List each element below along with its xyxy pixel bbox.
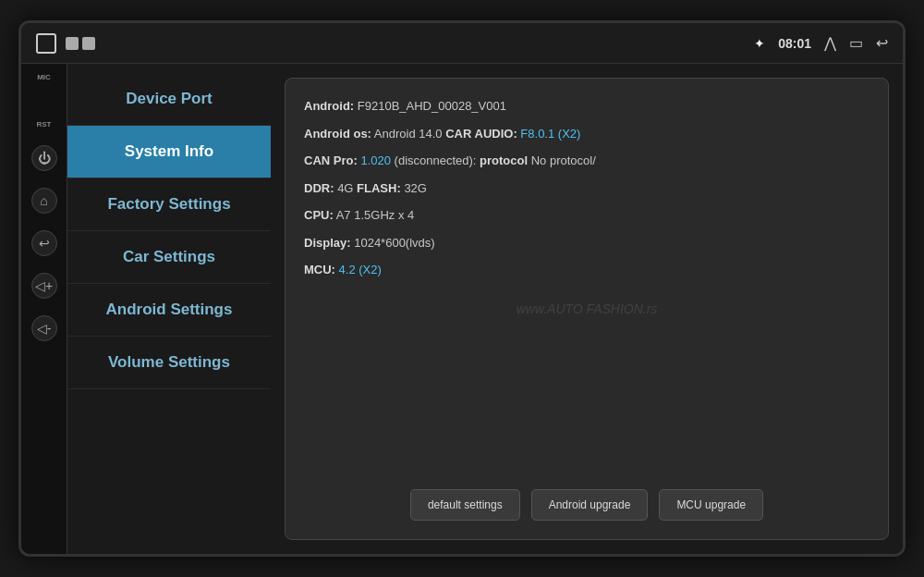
vol-up-button[interactable]: ◁- bbox=[31, 315, 57, 341]
sidebar-item-device-port[interactable]: Device Port bbox=[67, 73, 271, 126]
vol-down-icon: ◁+ bbox=[35, 278, 53, 293]
cpu-val: A7 1.5GHz x 4 bbox=[336, 208, 415, 222]
mcu-row: MCU: 4.2 (X2) bbox=[304, 261, 869, 279]
protocol-lbl: protocol bbox=[480, 153, 528, 167]
power-icon: ⏻ bbox=[38, 151, 51, 166]
home-button[interactable]: ⌂ bbox=[31, 188, 57, 214]
mic-label: MIC bbox=[37, 73, 51, 81]
time-display: 08:01 bbox=[778, 36, 811, 51]
android-val: F9210B_AHD_00028_V001 bbox=[358, 99, 506, 113]
ddr-val: 4G bbox=[337, 181, 353, 195]
display-label: Display: bbox=[304, 236, 351, 250]
sidebar-item-factory-settings[interactable]: Factory Settings bbox=[67, 178, 271, 231]
app-squares bbox=[66, 37, 95, 50]
main-content: MIC RST ⏻ ⌂ ↩ ◁+ ◁- Device Port System I… bbox=[21, 64, 903, 554]
display-row: Display: 1024*600(lvds) bbox=[304, 234, 869, 252]
android-os-row: Android os: Android 14.0 CAR AUDIO: F8.0… bbox=[304, 125, 869, 143]
android-os-label: Android os: bbox=[304, 127, 371, 141]
menu-sidebar: Device Port System Info Factory Settings… bbox=[67, 64, 271, 554]
mcu-label: MCU: bbox=[304, 263, 335, 276]
mcu-upgrade-button[interactable]: MCU upgrade bbox=[659, 489, 763, 521]
back-ctrl-icon: ↩ bbox=[39, 236, 50, 251]
sq1 bbox=[66, 37, 79, 50]
ddr-label: DDR: bbox=[304, 181, 334, 195]
can-pro-val: 1.020 bbox=[360, 153, 391, 167]
display-val: 1024*600(lvds) bbox=[354, 236, 434, 250]
can-pro-row: CAN Pro: 1.020 (disconnected): protocol … bbox=[304, 152, 869, 170]
vol-down-button[interactable]: ◁+ bbox=[31, 273, 57, 299]
ddr-row: DDR: 4G FLASH: 32G bbox=[304, 179, 869, 198]
default-settings-button[interactable]: default settings bbox=[410, 489, 520, 521]
status-bar: ✦ 08:01 ⋀ ▭ ↩ bbox=[21, 23, 903, 64]
content-area: Android: F9210B_AHD_00028_V001 Android o… bbox=[271, 64, 903, 554]
status-left bbox=[36, 33, 95, 54]
rst-label: RST bbox=[37, 120, 52, 129]
sidebar-item-system-info[interactable]: System Info bbox=[67, 126, 271, 178]
cpu-label: CPU: bbox=[304, 208, 334, 222]
protocol-value: No protocol/ bbox=[531, 153, 596, 167]
android-upgrade-button[interactable]: Android upgrade bbox=[531, 489, 649, 521]
cpu-row: CPU: A7 1.5GHz x 4 bbox=[304, 206, 869, 225]
sidebar-item-car-settings[interactable]: Car Settings bbox=[67, 231, 271, 284]
android-row: Android: F9210B_AHD_00028_V001 bbox=[304, 97, 869, 116]
home-icon[interactable] bbox=[36, 33, 56, 54]
side-controls: MIC RST ⏻ ⌂ ↩ ◁+ ◁- bbox=[21, 64, 67, 554]
power-button[interactable]: ⏻ bbox=[31, 145, 57, 171]
bluetooth-icon: ✦ bbox=[754, 36, 765, 51]
sidebar-item-android-settings[interactable]: Android Settings bbox=[67, 284, 271, 337]
android-os-val: Android 14.0 bbox=[374, 127, 443, 141]
flash-label: FLASH: bbox=[357, 181, 401, 195]
back-button[interactable]: ↩ bbox=[31, 230, 57, 256]
car-audio-label: CAR AUDIO: bbox=[445, 127, 517, 141]
system-info-panel: Android: F9210B_AHD_00028_V001 Android o… bbox=[285, 78, 889, 540]
sq2 bbox=[82, 37, 95, 50]
device-frame: ✦ 08:01 ⋀ ▭ ↩ MIC RST ⏻ ⌂ ↩ ◁+ bbox=[18, 20, 906, 557]
car-audio-val: F8.0.1 (X2) bbox=[520, 127, 580, 141]
back-icon[interactable]: ↩ bbox=[876, 34, 888, 52]
flash-val: 32G bbox=[404, 181, 427, 195]
button-row: default settings Android upgrade MCU upg… bbox=[304, 474, 869, 521]
watermark: www.AUTO FASHION.rs bbox=[517, 301, 658, 316]
android-label: Android: bbox=[304, 99, 354, 113]
vol-up-icon: ◁- bbox=[37, 321, 52, 336]
home-ctrl-icon: ⌂ bbox=[40, 193, 47, 208]
sidebar-item-volume-settings[interactable]: Volume Settings bbox=[67, 337, 271, 389]
can-pro-label: CAN Pro: bbox=[304, 153, 358, 167]
recent-apps-icon[interactable]: ▭ bbox=[849, 34, 863, 52]
status-right: ✦ 08:01 ⋀ ▭ ↩ bbox=[754, 34, 888, 52]
can-pro-stat: (disconnected): bbox=[395, 153, 477, 167]
mcu-val: 4.2 (X2) bbox=[339, 263, 382, 276]
nav-up-icon[interactable]: ⋀ bbox=[824, 34, 836, 52]
